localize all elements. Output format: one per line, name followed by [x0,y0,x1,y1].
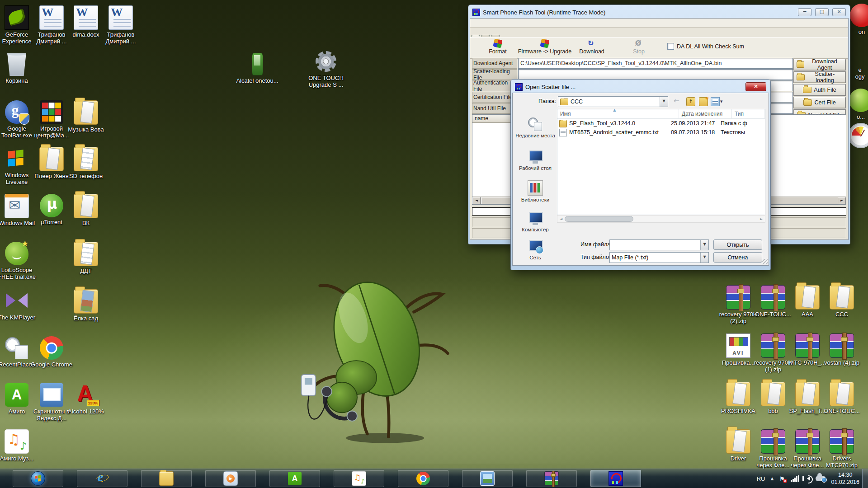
file-picker-button[interactable]: Auth File [793,84,846,96]
desktop-icon[interactable]: Амиго.Муз... [0,429,39,462]
places-item[interactable]: Компьютер [515,211,555,233]
taskbar-button[interactable] [141,470,192,487]
places-item[interactable]: Недавние места [515,117,555,139]
up-one-level-icon[interactable] [686,97,695,106]
open-button[interactable]: Открыть [713,239,762,250]
desktop-icon-image [848,123,868,148]
taskbar-app-icon [95,472,109,485]
show-desktop-button[interactable] [862,469,868,488]
language-indicator[interactable]: RU [757,475,765,482]
taskbar-button[interactable] [590,470,641,487]
menu-item[interactable] [472,23,480,23]
desktop-icon[interactable]: ВК [64,194,108,227]
desktop-icon-label: Driver [731,455,746,462]
volume-icon[interactable] [805,476,810,481]
maximize-button[interactable]: □ [815,8,829,16]
field-input[interactable]: C:\Users\USER\Desktop\CCC\SP_Flash_Tool_… [518,58,793,69]
desktop-icon[interactable]: Drivers MTC970.zip [820,429,864,469]
network-signal-icon[interactable] [791,475,799,482]
taskbar-button[interactable] [462,470,513,487]
desktop-icon[interactable]: Музыка Вова [64,100,108,133]
taskbar-button[interactable] [334,470,384,487]
file-picker-button[interactable]: Cert File [793,97,846,108]
toolbar-button[interactable]: Firmware -> Upgrade [518,39,572,55]
checkbox-icon[interactable] [667,43,674,50]
desktop-icon-image [726,429,750,454]
desktop-icon-label: Прошивка... [722,360,755,366]
menu-item[interactable] [488,23,496,23]
desktop-icon-image [74,242,98,266]
partition-list-header[interactable]: name [472,115,514,123]
back-icon[interactable] [674,97,682,105]
chevron-down-icon[interactable]: ▼ [700,253,708,263]
checksum-option[interactable]: DA DL All With Check Sum [667,43,744,50]
filetype-select[interactable]: Map File (*.txt) ▼ [609,252,709,263]
desktop-icon[interactable]: Трифанов Дмитрий ... [99,5,143,45]
dialog-close-button[interactable]: × [745,82,766,91]
menu-item[interactable] [496,23,505,23]
menu-item[interactable] [505,23,513,23]
desktop-icon[interactable]: Google Chrome [29,336,74,368]
file-picker-button[interactable]: Download Agent [793,59,846,70]
clock[interactable]: 14:30 01.02.2016 [831,471,859,486]
toolbar-button[interactable]: Format [471,39,525,55]
chevron-down-icon[interactable]: ▼ [700,240,708,250]
taskbar-button[interactable] [526,470,577,487]
file-row[interactable]: SP_Flash_Tool_v3.1244.0 25.09.2013 21:47… [557,119,765,128]
desktop-icon[interactable]: LoiLoScope FREE trial.exe [0,242,39,281]
taskbar-button[interactable] [77,470,127,487]
view-menu-arrow-icon[interactable]: ▼ [720,100,722,103]
dialog-titlebar[interactable]: Open Scatter file ... × [512,81,769,93]
chevron-down-icon[interactable]: ▼ [660,97,668,107]
desktop-icon[interactable]: vostan (4).zip [820,333,864,366]
taskbar-app-icon [288,472,302,485]
taskbar-button[interactable] [13,470,63,487]
toolbar-button[interactable]: Download [565,39,619,55]
field-input[interactable] [518,69,793,80]
scroll-left-icon[interactable]: ◄ [557,216,565,222]
column-type[interactable]: Тип [732,109,765,118]
column-date[interactable]: Дата изменения [679,109,732,118]
desktop-icon-image [849,89,868,112]
desktop-icon[interactable]: ДДТ [64,242,108,275]
file-list-scrollbar[interactable]: ◄ ► [557,215,765,223]
taskbar-button[interactable] [205,470,256,487]
desktop-icon[interactable]: Ёлка сад [64,289,108,322]
view-menu-icon[interactable] [711,97,720,106]
close-button[interactable]: × [832,8,846,16]
scroll-left-icon[interactable]: ◄ [472,197,481,204]
places-item[interactable]: Библиотеки [515,180,555,203]
desktop-icon[interactable]: The KMPlayer [0,289,39,321]
column-name[interactable]: ▲Имя [557,109,679,118]
menu-item[interactable] [480,23,488,23]
desktop-icon[interactable]: CCC [820,285,864,318]
action-center-flag-icon[interactable] [779,475,785,482]
cancel-button[interactable]: Отмена [713,252,762,263]
taskbar-button[interactable] [398,470,448,487]
cloud-sync-icon[interactable] [816,476,826,481]
toolbar-button[interactable]: Stop [612,39,666,55]
dialog-window-icon [515,83,523,91]
resize-grip[interactable] [762,259,768,264]
folder-combobox[interactable]: CCC ▼ [558,96,668,107]
scroll-thumb[interactable] [565,216,633,222]
new-folder-icon[interactable] [699,97,708,106]
desktop-icon[interactable]: Alcohol 120% [64,383,108,415]
desktop-icon[interactable]: SD телефон [64,147,108,180]
checksum-label: DA DL All With Check Sum [677,43,744,50]
taskbar-button[interactable] [269,470,320,487]
desktop-icon[interactable]: Alcatel onetou... [235,52,279,84]
scroll-right-icon[interactable]: ► [758,216,765,222]
file-row[interactable]: MT6575_Android_scatter_emmc.txt 09.07.20… [557,128,765,137]
flash-tool-titlebar[interactable]: Smart Phone Flash Tool (Runtime Trace Mo… [470,6,849,18]
scroll-right-icon[interactable]: ► [838,197,846,204]
minimize-button[interactable]: ─ [798,8,811,16]
desktop-icon[interactable]: ONE TOUCH Upgrade S ... [304,50,348,89]
desktop-icon[interactable]: Корзина [0,52,39,84]
places-item[interactable]: Сеть [515,239,555,261]
filename-input[interactable]: ▼ [609,239,709,250]
desktop-icon[interactable]: ONE-TOUC... [820,382,864,415]
hidden-icons-chevron[interactable]: ▲ [771,477,774,481]
file-picker-button[interactable]: Scatter-loading [793,71,846,83]
places-item[interactable]: Рабочий стол [515,150,555,171]
